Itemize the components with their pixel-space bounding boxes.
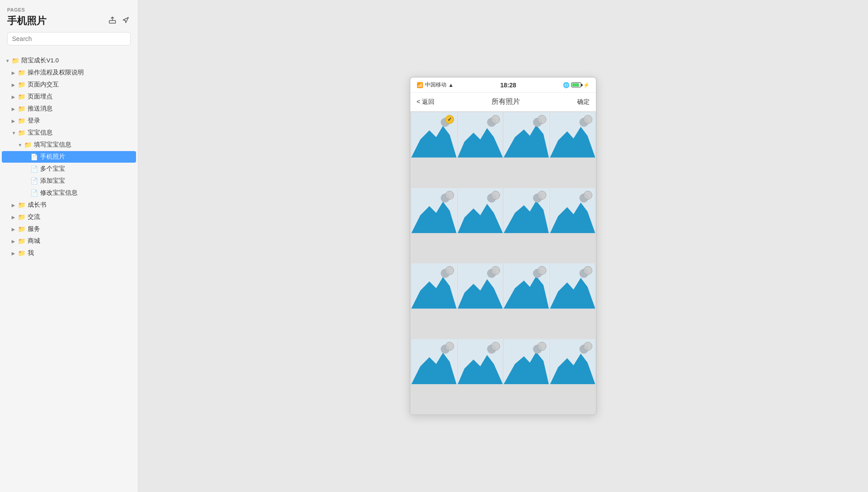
- tree-arrow: ▶: [12, 203, 18, 208]
- photo-cell-5[interactable]: [458, 188, 503, 234]
- folder-icon: 📁: [18, 93, 25, 100]
- photo-cell-8[interactable]: [411, 263, 457, 309]
- sidebar-item-baby-info[interactable]: ▼📁宝宝信息: [2, 127, 136, 139]
- tree-label: 添加宝宝: [40, 177, 132, 185]
- photo-selector-1[interactable]: [491, 115, 500, 124]
- folder-icon: 📁: [18, 238, 25, 245]
- search-input[interactable]: [7, 32, 131, 45]
- tree-arrow: ▶: [12, 94, 18, 99]
- photo-grid: ✓: [410, 111, 596, 414]
- photo-selector-8[interactable]: [445, 266, 454, 275]
- sidebar-item-exchange[interactable]: ▶📁交流: [2, 211, 136, 223]
- folder-icon: 📁: [18, 105, 25, 112]
- photo-selector-3[interactable]: [583, 115, 592, 124]
- folder-icon: 📁: [18, 81, 25, 88]
- navigate-icon: [122, 16, 130, 24]
- export-button[interactable]: [107, 15, 117, 27]
- sidebar-item-phone-photo[interactable]: 📄手机照片: [2, 151, 136, 163]
- photo-cell-9[interactable]: [458, 263, 503, 309]
- tree-label: 推送消息: [28, 105, 132, 113]
- page-icon: 📄: [30, 177, 38, 184]
- sidebar-icons: [107, 15, 131, 27]
- photo-selector-15[interactable]: [583, 342, 592, 351]
- photo-selector-5[interactable]: [491, 191, 500, 200]
- tree-label: 多个宝宝: [40, 165, 132, 173]
- battery-icon: [571, 82, 581, 87]
- signal-bars: 📶: [417, 82, 423, 88]
- svg-rect-0: [109, 20, 116, 23]
- photo-selector-4[interactable]: [445, 191, 454, 200]
- sidebar-item-multi-baby[interactable]: 📄多个宝宝: [2, 163, 136, 175]
- photo-cell-2[interactable]: [504, 112, 549, 158]
- photo-cell-11[interactable]: [550, 263, 595, 309]
- pages-label: PAGES: [7, 7, 131, 12]
- sidebar-item-growth-book[interactable]: ▶📁成长书: [2, 199, 136, 211]
- sidebar-item-page-interact[interactable]: ▶📁页面内交互: [2, 79, 136, 90]
- charging-icon: ⚡: [583, 82, 590, 88]
- status-right: 🌐 ⚡: [563, 82, 590, 88]
- tree-label: 填写宝宝信息: [34, 141, 132, 149]
- folder-icon: 📁: [18, 250, 25, 257]
- photo-cell-1[interactable]: [458, 112, 503, 158]
- tree-label: 登录: [28, 117, 132, 125]
- tree-label: 成长书: [28, 201, 132, 209]
- photo-selector-12[interactable]: [445, 342, 454, 351]
- photo-cell-15[interactable]: [550, 339, 595, 385]
- status-left: 📶 中国移动 ▲: [417, 81, 454, 89]
- folder-icon: 📁: [18, 226, 25, 233]
- photo-cell-6[interactable]: [504, 188, 549, 234]
- sidebar-item-fill-baby-info[interactable]: ▼📁填写宝宝信息: [2, 139, 136, 151]
- photo-selector-6[interactable]: [537, 191, 546, 200]
- navigate-button[interactable]: [121, 15, 131, 27]
- photo-selector-9[interactable]: [491, 266, 500, 275]
- sidebar-item-page-embed[interactable]: ▶📁页面埋点: [2, 91, 136, 102]
- photo-cell-7[interactable]: [550, 188, 595, 234]
- tree-arrow: ▶: [12, 227, 18, 232]
- folder-icon: 📁: [12, 57, 19, 64]
- tree-label: 页面埋点: [28, 93, 132, 101]
- photo-cell-13[interactable]: [458, 339, 503, 385]
- tree-arrow: ▶: [12, 215, 18, 220]
- tree-label: 商城: [28, 237, 132, 245]
- tree-label: 页面内交互: [28, 81, 132, 89]
- folder-icon: 📁: [18, 201, 25, 209]
- photo-cell-10[interactable]: [504, 263, 549, 309]
- photo-cell-14[interactable]: [504, 339, 549, 385]
- photo-selector-10[interactable]: [537, 266, 546, 275]
- sidebar-item-me[interactable]: ▶📁我: [2, 247, 136, 259]
- sidebar-item-login[interactable]: ▶📁登录: [2, 115, 136, 127]
- sidebar-item-shop[interactable]: ▶📁商城: [2, 235, 136, 247]
- photo-cell-0[interactable]: ✓: [411, 112, 457, 158]
- photo-selector-2[interactable]: [537, 115, 546, 124]
- tree-arrow: ▶: [12, 82, 18, 87]
- tree-label: 宝宝信息: [28, 129, 132, 137]
- tree-arrow: ▶: [12, 239, 18, 244]
- photo-cell-12[interactable]: [411, 339, 457, 385]
- sidebar-item-root[interactable]: ▼📁陪宝成长V1.0: [2, 55, 136, 66]
- photo-selector-0[interactable]: ✓: [445, 115, 454, 124]
- tree-label: 我: [28, 249, 132, 257]
- photo-cell-4[interactable]: [411, 188, 457, 234]
- tree-label: 手机照片: [40, 153, 132, 161]
- tree-label: 交流: [28, 213, 132, 221]
- nav-title: 所有照片: [492, 97, 520, 107]
- sidebar-item-add-baby[interactable]: 📄添加宝宝: [2, 175, 136, 187]
- checkmark-icon: ✓: [447, 116, 452, 123]
- sidebar-title-row: 手机照片: [7, 14, 131, 28]
- sidebar-item-ops[interactable]: ▶📁操作流程及权限说明: [2, 67, 136, 78]
- confirm-button[interactable]: 确定: [577, 98, 590, 106]
- back-button[interactable]: < 返回: [417, 98, 434, 106]
- sidebar-item-modify-baby[interactable]: 📄修改宝宝信息: [2, 187, 136, 199]
- photo-selector-14[interactable]: [537, 342, 546, 351]
- photo-selector-13[interactable]: [491, 342, 500, 351]
- photo-cell-3[interactable]: [550, 112, 595, 158]
- phone-mockup: 📶 中国移动 ▲ 18:28 🌐 ⚡ < 返回 所有照片 确定 ✓: [409, 77, 597, 415]
- page-icon: 📄: [30, 165, 38, 172]
- sidebar-item-push-msg[interactable]: ▶📁推送消息: [2, 103, 136, 115]
- sidebar-item-service[interactable]: ▶📁服务: [2, 223, 136, 235]
- photo-selector-11[interactable]: [583, 266, 592, 275]
- globe-icon: 🌐: [563, 82, 570, 88]
- nav-bar: < 返回 所有照片 确定: [410, 93, 596, 111]
- photo-selector-7[interactable]: [583, 191, 592, 200]
- wifi-icon: ▲: [448, 82, 454, 88]
